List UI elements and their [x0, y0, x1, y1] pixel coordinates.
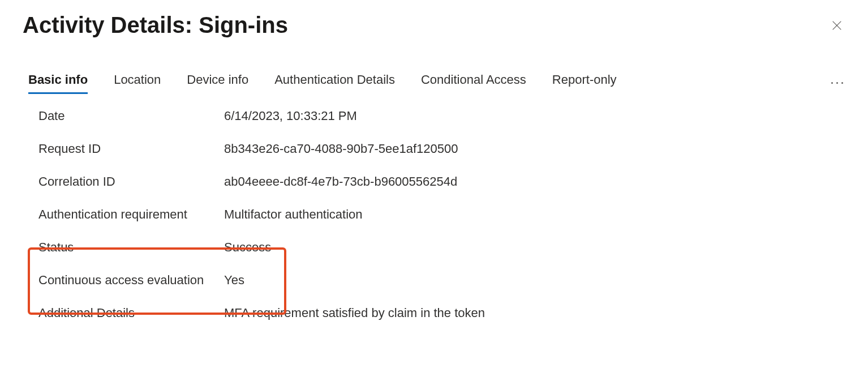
tab-authentication-details[interactable]: Authentication Details — [274, 72, 395, 94]
row-continuous-access-evaluation: Continuous access evaluation Yes — [38, 273, 845, 306]
value-continuous-access-evaluation: Yes — [224, 273, 244, 288]
tab-overflow-button[interactable] — [831, 72, 845, 94]
row-additional-details: Additional Details MFA requirement satis… — [38, 306, 845, 339]
label-additional-details: Additional Details — [38, 306, 224, 320]
more-icon — [831, 72, 843, 87]
label-date: Date — [38, 109, 224, 123]
row-date: Date 6/14/2023, 10:33:21 PM — [38, 109, 845, 142]
label-continuous-access-evaluation: Continuous access evaluation — [38, 273, 224, 288]
label-authentication-requirement: Authentication requirement — [38, 207, 224, 222]
tab-conditional-access[interactable]: Conditional Access — [421, 72, 526, 94]
label-request-id: Request ID — [38, 142, 224, 156]
label-correlation-id: Correlation ID — [38, 174, 224, 189]
tab-device-info[interactable]: Device info — [187, 72, 248, 94]
tab-location[interactable]: Location — [114, 72, 161, 94]
value-status: Success — [224, 240, 271, 255]
panel-header: Activity Details: Sign-ins — [23, 11, 845, 38]
row-authentication-requirement: Authentication requirement Multifactor a… — [38, 207, 845, 240]
value-date: 6/14/2023, 10:33:21 PM — [224, 109, 357, 123]
tab-basic-info[interactable]: Basic info — [28, 72, 88, 94]
close-icon — [831, 19, 843, 33]
tab-bar: Basic info Location Device info Authenti… — [23, 72, 845, 94]
details-list: Date 6/14/2023, 10:33:21 PM Request ID 8… — [23, 109, 845, 339]
value-authentication-requirement: Multifactor authentication — [224, 207, 363, 222]
row-request-id: Request ID 8b343e26-ca70-4088-90b7-5ee1a… — [38, 142, 845, 174]
panel-title: Activity Details: Sign-ins — [23, 11, 288, 38]
tab-report-only[interactable]: Report-only — [552, 72, 617, 94]
row-correlation-id: Correlation ID ab04eeee-dc8f-4e7b-73cb-b… — [38, 174, 845, 207]
activity-details-panel: Activity Details: Sign-ins Basic info Lo… — [0, 0, 868, 339]
value-correlation-id: ab04eeee-dc8f-4e7b-73cb-b9600556254d — [224, 174, 457, 189]
label-status: Status — [38, 240, 224, 255]
row-status: Status Success — [38, 240, 845, 273]
value-additional-details: MFA requirement satisfied by claim in th… — [224, 306, 485, 320]
value-request-id: 8b343e26-ca70-4088-90b7-5ee1af120500 — [224, 142, 458, 156]
close-button[interactable] — [826, 15, 848, 38]
